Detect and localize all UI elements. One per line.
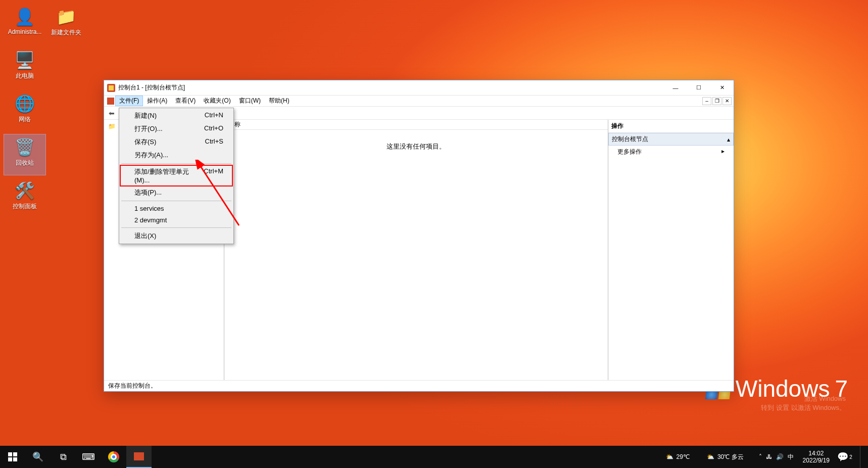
taskbar-left: 🔍 ⧉ ⌨ [0,446,152,468]
collapse-icon[interactable]: ▴ [727,136,730,143]
mmc-icon [134,452,144,460]
menu-separator [121,163,231,164]
notification-button[interactable]: 💬 2 [835,446,855,468]
volume-tray-icon[interactable]: 🔊 [776,453,784,460]
desktop-icon-area: 👤 Administra... 📁 新建文件夹 🖥️ 此电脑 🌐 网络 🗑️ 回… [4,4,45,221]
svg-rect-3 [8,457,12,461]
system-tray[interactable]: ˄ 🖧 🔊 中 [755,453,798,461]
this-pc-icon: 🖥️ [14,50,35,71]
actions-pane: 操作 控制台根节点 ▴ 更多操作 ▸ [608,120,734,380]
show-desktop-button[interactable] [860,446,863,468]
mdi-minimize[interactable]: – [702,97,711,105]
icon-label: 回收站 [5,159,44,167]
menu-file[interactable]: 文件(F) [115,96,143,106]
minimize-button[interactable]: — [664,80,687,96]
mmc-taskbar-button[interactable] [126,446,152,468]
keyboard-icon: ⌨ [82,451,95,462]
svg-rect-1 [8,452,12,456]
windows-start-icon [8,452,17,461]
tray-overflow-icon[interactable]: ˄ [759,453,762,460]
doc-icon [106,96,115,106]
icon-label: 新建文件夹 [46,28,86,37]
chrome-icon [108,451,119,462]
menu-item-save[interactable]: 保存(S) Ctrl+S [120,135,232,149]
menu-item-new[interactable]: 新建(N) Ctrl+N [120,109,232,122]
menu-item-options[interactable]: 选项(P)... [120,186,232,199]
window-controls: — ☐ ✕ [664,80,734,96]
weather-left[interactable]: ⛅ 29℃ [660,453,696,460]
menu-view[interactable]: 查看(V) [171,96,200,106]
start-button[interactable] [0,446,25,468]
menu-item-exit[interactable]: 退出(X) [120,229,232,243]
network-tray-icon[interactable]: 🖧 [766,453,772,460]
chevron-right-icon: ▸ [721,148,725,156]
actions-more-label: 更多操作 [617,148,642,156]
menu-help[interactable]: 帮助(H) [265,96,294,106]
activation-watermark: 激活 Windows 转到 设置 以激活 Windows。 [761,394,846,412]
chrome-button[interactable] [101,446,126,468]
notification-count: 2 [849,454,852,460]
content-column-name[interactable]: 名称 [224,120,608,130]
menu-separator [121,227,231,228]
menu-item-open[interactable]: 打开(O)... Ctrl+O [120,122,232,135]
actions-section[interactable]: 控制台根节点 ▴ [608,133,734,146]
search-button[interactable]: 🔍 [25,446,51,468]
watermark-line1: 激活 Windows [761,394,846,403]
menu-item-save-as[interactable]: 另存为(A)... [120,149,232,162]
menu-accel: Ctrl+S [205,137,223,147]
menu-window[interactable]: 窗口(W) [235,96,265,106]
mdi-restore[interactable]: ❐ [712,97,721,105]
desktop-icon-this-pc[interactable]: 🖥️ 此电脑 [4,48,45,88]
menu-item-recent-2[interactable]: 2 devmgmt [120,214,232,226]
actions-section-label: 控制台根节点 [612,135,648,144]
taskbar-right: ⛅ 29℃ ⛅ 30℃ 多云 ˄ 🖧 🔊 中 14:02 2022/9/19 💬… [660,446,868,468]
user-folder-icon: 👤 [14,6,35,27]
ime-indicator[interactable]: 中 [788,453,794,461]
menu-label: 退出(X) [134,231,156,241]
menu-item-add-remove-snapin[interactable]: 添加/删除管理单元(M)... Ctrl+M [120,165,232,186]
control-panel-icon: 🛠️ [14,180,35,201]
svg-rect-4 [13,457,17,461]
desktop-icon-administrator[interactable]: 👤 Administra... [4,4,45,44]
network-icon: 🌐 [14,93,35,114]
clock-date: 2022/9/19 [803,457,830,464]
menu-label: 2 devmgmt [134,216,167,224]
titlebar[interactable]: 控制台1 - [控制台根节点] — ☐ ✕ [104,80,734,96]
close-button[interactable]: ✕ [710,80,734,96]
desktop: 👤 Administra... 📁 新建文件夹 🖥️ 此电脑 🌐 网络 🗑️ 回… [0,0,868,468]
icon-label: Administra... [5,28,44,35]
menu-label: 保存(S) [134,137,156,147]
menu-label: 选项(P)... [134,188,162,197]
weather-right[interactable]: ⛅ 30℃ 多云 [701,453,750,461]
menu-item-recent-1[interactable]: 1 services [120,203,232,214]
actions-more[interactable]: 更多操作 ▸ [608,146,734,158]
menu-label: 另存为(A)... [134,151,168,160]
desktop-icon-new-folder[interactable]: 📁 新建文件夹 [45,4,87,44]
menu-label: 1 services [134,205,164,212]
taskbar-clock[interactable]: 14:02 2022/9/19 [803,450,830,464]
menubar: 文件(F) 操作(A) 查看(V) 收藏夹(O) 窗口(W) 帮助(H) – ❐… [104,96,734,107]
desktop-icon-control-panel[interactable]: 🛠️ 控制面板 [4,178,45,218]
svg-rect-2 [13,452,17,456]
content-pane: 名称 这里没有任何项目。 [224,120,608,380]
icon-label: 此电脑 [5,72,44,80]
mmc-icon [107,84,115,92]
menu-label: 添加/删除管理单元(M)... [134,167,204,184]
maximize-button[interactable]: ☐ [687,80,710,96]
keyboard-button[interactable]: ⌨ [76,446,101,468]
menu-action[interactable]: 操作(A) [143,96,171,106]
back-button-icon[interactable]: ⬅ [106,108,117,119]
actions-title: 操作 [608,120,734,133]
mdi-controls: – ❐ ✕ [702,96,734,106]
clock-time: 14:02 [803,450,830,457]
window-title: 控制台1 - [控制台根节点] [118,83,185,92]
desktop-icon-recycle-bin[interactable]: 🗑️ 回收站 [4,134,45,175]
file-dropdown-menu: 新建(N) Ctrl+N 打开(O)... Ctrl+O 保存(S) Ctrl+… [119,108,234,244]
mdi-close[interactable]: ✕ [722,97,732,105]
desktop-icon-network[interactable]: 🌐 网络 [4,91,45,131]
icon-label: 控制面板 [5,202,44,211]
task-view-button[interactable]: ⧉ [51,446,76,468]
menu-favorites[interactable]: 收藏夹(O) [200,96,234,106]
content-empty-text: 这里没有任何项目。 [224,130,608,380]
menu-accel: Ctrl+N [205,111,223,120]
